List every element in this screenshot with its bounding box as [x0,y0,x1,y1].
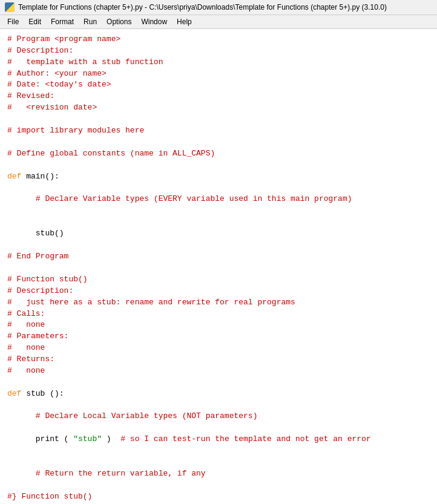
code-line: # none [7,365,430,377]
python-icon [5,2,15,12]
menu-run[interactable]: Run [79,16,102,27]
code-line: # just here as a stub: rename and rewrit… [7,297,430,309]
code-line: # Declare Variable types (EVERY variable… [7,194,430,205]
menu-format[interactable]: Format [46,16,79,27]
code-line [7,377,430,388]
code-line [7,422,430,434]
code-line: def main(): [7,171,430,183]
code-line [7,240,430,251]
code-line: # Description: [7,286,430,297]
menu-bar: File Edit Format Run Options Window Help [0,15,437,29]
code-line: # Calls: [7,309,430,320]
code-line [7,263,430,274]
menu-options[interactable]: Options [102,16,136,27]
code-line [7,182,430,194]
menu-edit[interactable]: Edit [24,16,46,27]
code-line: # Returns: [7,354,430,365]
code-line: # template with a stub function [7,57,430,68]
code-line: def stub (): [7,388,430,400]
code-line: # none [7,342,430,354]
code-line: # Parameters: [7,331,430,342]
code-line: # End Program [7,251,430,263]
menu-help[interactable]: Help [172,16,197,27]
menu-window[interactable]: Window [136,16,172,27]
code-line: # Return the return variable, if any [7,468,430,480]
code-line: # import library modules here [7,125,430,137]
code-line: # Description: [7,45,430,57]
code-line [7,160,430,171]
code-line [7,217,430,228]
code-line: stub() [7,228,430,240]
code-line: print ( "stub" ) # so I can test-run the… [7,434,430,445]
menu-file[interactable]: File [2,16,24,27]
code-line: # Date: <today's date> [7,79,430,91]
code-line [7,399,430,411]
code-line: # none [7,319,430,331]
code-line: # Revised: [7,91,430,102]
code-line: # Author: <your name> [7,68,430,80]
code-line [7,457,430,468]
code-line: # <revision date> [7,102,430,114]
code-line: # Function stub() [7,274,430,286]
code-line: # Program <program name> [7,34,430,45]
code-line [7,445,430,457]
code-line: # Define global constants (name in ALL_C… [7,148,430,160]
code-line [7,137,430,148]
editor-area[interactable]: # Program <program name># Description:# … [0,29,437,504]
window-title: Template for Functions (chapter 5+).py -… [18,3,387,11]
title-bar: Template for Functions (chapter 5+).py -… [0,0,437,15]
code-line [7,114,430,125]
code-line: # Declare Local Variable types (NOT para… [7,411,430,422]
code-line [7,205,430,217]
code-line: #} Function stub() [7,491,430,503]
code-line [7,480,430,491]
